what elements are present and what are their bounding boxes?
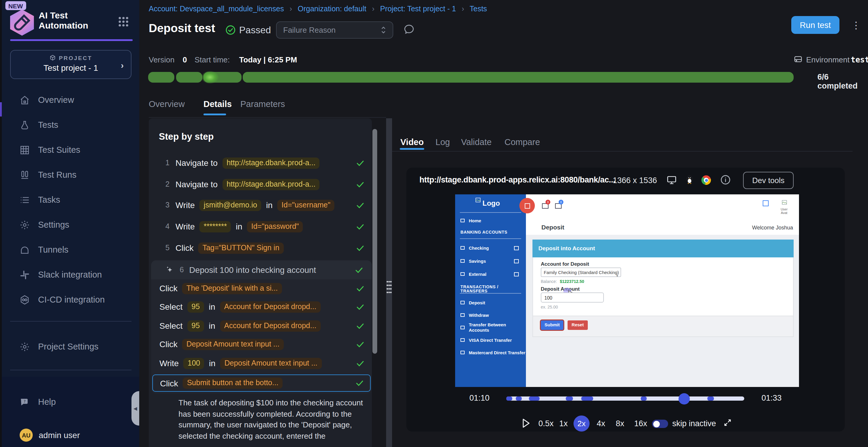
bank-topbar xyxy=(526,194,799,219)
step-action: Write xyxy=(159,358,179,368)
step-row-1[interactable]: 1 Navigate to http://stage.dbank.prod-a.… xyxy=(165,156,365,170)
avatar: AU xyxy=(20,428,33,442)
check-icon xyxy=(356,284,365,293)
video-url: http://stage.dbank.prod-apps.relicx.ai:8… xyxy=(420,175,615,184)
timeline-track[interactable] xyxy=(506,397,744,401)
check-icon xyxy=(356,159,365,167)
tab-parameters[interactable]: Parameters xyxy=(240,99,285,109)
steps-heading: Step by step xyxy=(159,131,214,142)
bank-reset-button: Reset xyxy=(567,320,588,330)
sidebar-item-overview[interactable]: Overview xyxy=(2,90,139,110)
timeline-thumb[interactable] xyxy=(679,393,690,404)
bank-nav-section-title: BANKING ACCOUNTS xyxy=(461,230,507,234)
bank-nav-withdraw: Withdraw xyxy=(455,311,526,319)
step-locator-chip: Id="username" xyxy=(277,199,334,211)
sidebar-item-test-suites[interactable]: Test Suites xyxy=(2,140,139,160)
bank-square-icon xyxy=(763,200,769,206)
substep-row-4[interactable]: Click Deposit Amount text input ... xyxy=(159,337,365,351)
tab-overview[interactable]: Overview xyxy=(149,99,185,109)
speed-4x[interactable]: 4x xyxy=(597,419,605,428)
tunnel-icon xyxy=(20,245,30,255)
run-test-button[interactable]: Run test xyxy=(791,16,839,34)
deposit-amount-input: 100 xyxy=(541,293,604,303)
apps-grid-icon[interactable] xyxy=(117,15,130,30)
video-frame[interactable]: Logo Home BANKING ACCOUNTS Checking Savi… xyxy=(455,194,799,387)
substep-row-5[interactable]: Write 100 in Deposit Amount text input .… xyxy=(159,356,365,370)
play-button[interactable] xyxy=(521,418,531,431)
breadcrumb-account[interactable]: Account: Devspace_all_module_licenses xyxy=(149,5,284,13)
tab-details[interactable]: Details xyxy=(204,99,232,109)
environment-label: Environment xyxy=(806,55,849,64)
failure-reason-select[interactable]: Failure Reason xyxy=(276,22,393,39)
fullscreen-icon[interactable] xyxy=(723,418,732,430)
breadcrumb-organization[interactable]: Organization: default xyxy=(298,5,367,13)
video-player-card: http://stage.dbank.prod-apps.relicx.ai:8… xyxy=(406,168,845,432)
progress-count: 6/6 completed xyxy=(817,72,868,90)
sidebar-item-slack-integration[interactable]: Slack integration xyxy=(2,265,139,285)
tab-validate[interactable]: Validate xyxy=(461,137,492,147)
sidebar-item-settings[interactable]: Settings xyxy=(2,215,139,235)
sidebar-item-project-settings[interactable]: Project Settings xyxy=(2,337,139,357)
comment-icon[interactable] xyxy=(403,24,415,37)
speed-8x[interactable]: 8x xyxy=(616,419,624,428)
sidebar-item-tasks[interactable]: Tasks xyxy=(2,190,139,210)
speed-0.5x[interactable]: 0.5x xyxy=(538,419,554,428)
panel-splitter[interactable] xyxy=(386,118,392,447)
dev-tools-button[interactable]: Dev tools xyxy=(743,172,794,189)
sidebar-item-help[interactable]: ? Help xyxy=(2,392,139,412)
step-group-header[interactable]: 6 Deposit 100 into checking account xyxy=(151,260,372,279)
step-row-3[interactable]: 3 Write jsmith@demo.io in Id="username" xyxy=(165,198,365,212)
tab-log[interactable]: Log xyxy=(435,137,450,147)
step-value-chip: http://stage.dbank.prod-a... xyxy=(222,179,320,190)
breadcrumb-separator: › xyxy=(462,5,464,13)
substep-row-2[interactable]: Select 95 in Account for Deposit dropd..… xyxy=(159,300,365,314)
check-icon xyxy=(356,222,365,231)
user-menu[interactable]: AU admin user xyxy=(2,425,139,445)
sidebar-item-tunnels[interactable]: Tunnels xyxy=(2,240,139,260)
progress-segment[interactable] xyxy=(176,72,202,82)
sidebar-divider xyxy=(10,370,131,370)
sidebar-collapse-handle[interactable]: ◀ xyxy=(131,391,139,425)
bank-welcome-text: Welcome Joshua xyxy=(752,225,793,231)
step-row-5[interactable]: 5 Click Tag="BUTTON" Sign in xyxy=(165,241,365,255)
amount-hint: ex. 25.00 xyxy=(541,305,558,309)
step-row-2[interactable]: 2 Navigate to http://stage.dbank.prod-a.… xyxy=(165,177,365,192)
substep-row-1[interactable]: Click The 'Deposit' link with a si... xyxy=(159,281,365,296)
steps-scrollbar[interactable] xyxy=(372,129,377,354)
skip-inactive-toggle[interactable] xyxy=(652,420,668,428)
step-group-6: 6 Deposit 100 into checking account Clic… xyxy=(151,260,372,393)
version-label: Version xyxy=(149,55,175,64)
bank-nav-external: External xyxy=(455,270,526,278)
infinity-hexagon-icon xyxy=(20,295,30,305)
kebab-menu-icon[interactable]: ⋮ xyxy=(851,20,861,31)
breadcrumb-tests[interactable]: Tests xyxy=(470,5,487,13)
progress-segment[interactable] xyxy=(243,72,794,82)
tab-compare[interactable]: Compare xyxy=(504,137,540,147)
breadcrumb-project[interactable]: Project: Test project - 1 xyxy=(380,5,456,13)
sidebar-item-tests[interactable]: Tests xyxy=(2,115,139,135)
steps-panel: Step by step 1 Navigate to http://stage.… xyxy=(149,118,372,447)
sidebar-item-test-runs[interactable]: Test Runs xyxy=(2,165,139,185)
account-select: Family Checking (Standard Checking)▾ xyxy=(541,268,621,277)
grid-icon xyxy=(20,145,30,155)
tab-video[interactable]: Video xyxy=(400,137,424,147)
step-row-4[interactable]: 4 Write ******** in Id="password" xyxy=(165,219,365,234)
info-icon[interactable] xyxy=(720,174,731,188)
bank-nav-mastercard-direct-transfer: Mastercard Direct Transfer xyxy=(455,348,526,357)
substep-row-3[interactable]: Select 95 in Account for Deposit dropd..… xyxy=(159,319,365,333)
project-label: PROJECT xyxy=(11,55,131,61)
bank-nav-section-title: TRANSACTIONS / TRANSFERS xyxy=(461,285,526,293)
step-summary-text: The task of depositing $100 into the che… xyxy=(179,398,370,442)
step-value-chip: 95 xyxy=(187,320,204,332)
step-locator-chip: Account for Deposit dropd... xyxy=(220,320,320,332)
speed-1x[interactable]: 1x xyxy=(559,419,568,428)
timeline-marker xyxy=(581,397,593,401)
sidebar-item-cicd-integration[interactable]: CI-CD integration xyxy=(2,289,139,310)
progress-segment[interactable] xyxy=(148,72,174,82)
timeline-marker xyxy=(516,397,522,401)
slack-icon xyxy=(20,270,30,280)
speed-2x-active[interactable]: 2x xyxy=(574,415,590,432)
step-action: Select xyxy=(159,321,183,331)
speed-16x[interactable]: 16x xyxy=(634,419,647,428)
substep-row-6-selected[interactable]: Click Submit button at the botto... xyxy=(152,375,371,392)
